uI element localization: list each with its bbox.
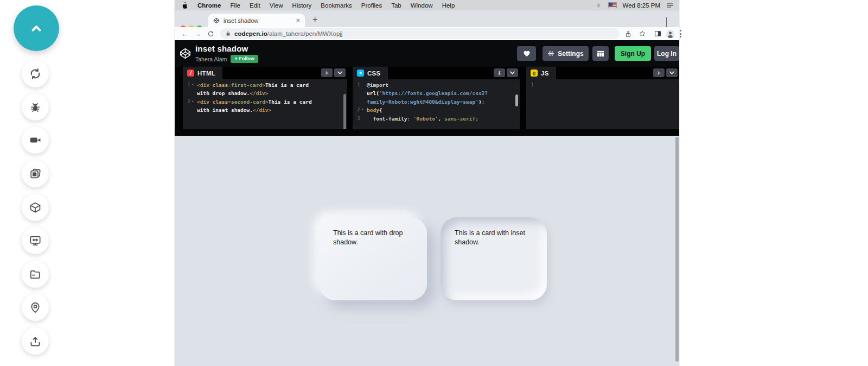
tab-close-icon[interactable]: × xyxy=(296,17,300,24)
macos-menubar: Chrome File Edit View History Bookmarks … xyxy=(175,0,679,10)
pen-title: inset shadow xyxy=(195,44,248,53)
files-button[interactable] xyxy=(22,261,49,288)
codepen-header: inset shadow Tahera Alam + Follow Settin… xyxy=(175,40,679,67)
side-panel-icon[interactable] xyxy=(652,27,663,40)
editor-preview-divider[interactable] xyxy=(175,129,679,136)
love-button[interactable] xyxy=(517,46,536,61)
drop-card-text-line1: This is a card with drop xyxy=(333,229,415,238)
html-editor-tab[interactable]: / HTML xyxy=(183,67,222,79)
tab-title: inset shadow xyxy=(224,17,296,24)
video-camera-icon xyxy=(28,133,42,147)
settings-label: Settings xyxy=(558,50,583,58)
js-editor-label: JS xyxy=(541,70,549,77)
url-domain: codepen.io xyxy=(234,30,267,37)
drop-shadow-card: This is a card with drop shadow. xyxy=(319,217,427,300)
css-code-area[interactable]: 1@importurl('https://fonts.googleapis.co… xyxy=(353,79,520,129)
js-code-area[interactable]: 1 xyxy=(526,79,679,129)
url-path: /alam_tahera/pen/MWXopjj xyxy=(267,30,343,37)
inset-shadow-card: This is a card with inset shadow. xyxy=(441,217,547,300)
menubar-edit[interactable]: Edit xyxy=(250,2,260,9)
forward-button[interactable]: → xyxy=(193,27,202,40)
upload-button[interactable] xyxy=(22,327,49,355)
menubar-app-name[interactable]: Chrome xyxy=(197,2,221,9)
capture-fab-button[interactable] xyxy=(14,5,59,51)
html-collapse-chevron-icon[interactable] xyxy=(334,68,346,77)
settings-button[interactable]: Settings xyxy=(542,46,589,61)
menubar-help[interactable]: Help xyxy=(442,2,455,9)
record-video-button[interactable] xyxy=(22,127,49,154)
lock-icon xyxy=(225,30,231,37)
menubar-history[interactable]: History xyxy=(292,2,312,9)
browser-menu-kebab-icon[interactable] xyxy=(678,27,683,40)
address-bar[interactable]: codepen.io/alam_tahera/pen/MWXopjj xyxy=(220,28,620,39)
change-view-button[interactable] xyxy=(592,46,609,61)
apple-icon[interactable] xyxy=(182,2,188,9)
preview-pane: This is a card with drop shadow. This is… xyxy=(175,136,679,366)
css-panel: * CSS 1@importurl('https://fonts.googlea… xyxy=(353,67,520,129)
screenshots-icon xyxy=(28,167,42,181)
bug-report-button[interactable] xyxy=(22,93,49,121)
css-settings-gear-icon[interactable] xyxy=(494,68,505,77)
location-button[interactable] xyxy=(22,294,49,321)
css-icon: * xyxy=(357,70,364,77)
tab-search-chevron-icon[interactable] xyxy=(666,17,671,22)
html-settings-gear-icon[interactable] xyxy=(321,68,333,77)
signup-button[interactable]: Sign Up xyxy=(615,46,651,61)
cube-icon xyxy=(28,200,42,214)
upload-icon xyxy=(28,334,42,348)
css-editor-scrollbar[interactable] xyxy=(515,94,518,106)
display-resize-icon xyxy=(28,234,42,248)
login-button[interactable]: Log In xyxy=(654,46,679,61)
bug-icon xyxy=(29,100,42,113)
css-editor-tab[interactable]: * CSS xyxy=(353,67,388,79)
js-settings-gear-icon[interactable] xyxy=(653,68,665,77)
heart-icon xyxy=(523,50,531,57)
codepen-logo-icon[interactable] xyxy=(179,47,192,60)
browser-tab[interactable]: inset shadow × xyxy=(208,14,305,27)
us-flag-icon[interactable] xyxy=(608,2,617,8)
notification-list-icon[interactable] xyxy=(666,2,674,9)
menubar-view[interactable]: View xyxy=(270,2,283,9)
profile-avatar[interactable] xyxy=(665,27,675,40)
menubar-clock[interactable]: Wed 8:25 PM xyxy=(623,2,660,9)
share-button[interactable] xyxy=(623,27,634,40)
inset-card-text-line2: shadow. xyxy=(455,238,535,247)
menubar-window[interactable]: Window xyxy=(411,2,433,9)
reload-button[interactable] xyxy=(206,27,215,40)
css-editor-label: CSS xyxy=(367,70,381,77)
menubar-bookmarks[interactable]: Bookmarks xyxy=(321,2,352,9)
menubar-profiles[interactable]: Profiles xyxy=(361,2,382,9)
captured-screen: Chrome File Edit View History Bookmarks … xyxy=(175,0,679,366)
bookmark-star-icon[interactable] xyxy=(637,27,648,40)
editor-panels: / HTML 1▾<div class=first-card>This is a… xyxy=(175,67,679,129)
menubar-file[interactable]: File xyxy=(230,2,240,9)
browser-toolbar: ← → codepen.io/alam_tahera/pen/MWXopjj xyxy=(175,27,679,40)
diamond-icon[interactable] xyxy=(595,2,602,9)
folder-icon xyxy=(28,267,42,281)
preview-scrollbar[interactable] xyxy=(675,137,679,362)
follow-button[interactable]: + Follow xyxy=(231,55,258,63)
html-editor-label: HTML xyxy=(197,70,215,77)
sync-button[interactable] xyxy=(22,60,49,87)
html-icon: / xyxy=(187,70,194,77)
cube-button[interactable] xyxy=(22,194,49,221)
js-icon: () xyxy=(531,70,538,77)
html-editor-scrollbar[interactable] xyxy=(343,94,346,129)
new-tab-button[interactable]: + xyxy=(312,15,317,24)
menubar-tab[interactable]: Tab xyxy=(391,2,401,9)
js-collapse-chevron-icon[interactable] xyxy=(666,68,678,77)
sync-icon xyxy=(28,67,42,81)
display-size-button[interactable] xyxy=(22,227,49,254)
inset-card-text-line1: This is a card with inset xyxy=(455,229,535,238)
codepen-favicon xyxy=(213,17,220,24)
screenshots-button[interactable] xyxy=(22,160,49,187)
js-panel: () JS 1 xyxy=(526,67,679,129)
location-pin-icon xyxy=(28,300,42,314)
js-editor-tab[interactable]: () JS xyxy=(526,67,556,79)
back-button[interactable]: ← xyxy=(180,27,190,40)
css-collapse-chevron-icon[interactable] xyxy=(507,68,518,77)
html-panel: / HTML 1▾<div class=first-card>This is a… xyxy=(183,67,347,129)
html-code-area[interactable]: 1▾<div class=first-card>This is a cardwi… xyxy=(183,79,347,129)
gear-icon xyxy=(547,50,554,57)
pen-author[interactable]: Tahera Alam xyxy=(195,56,227,62)
